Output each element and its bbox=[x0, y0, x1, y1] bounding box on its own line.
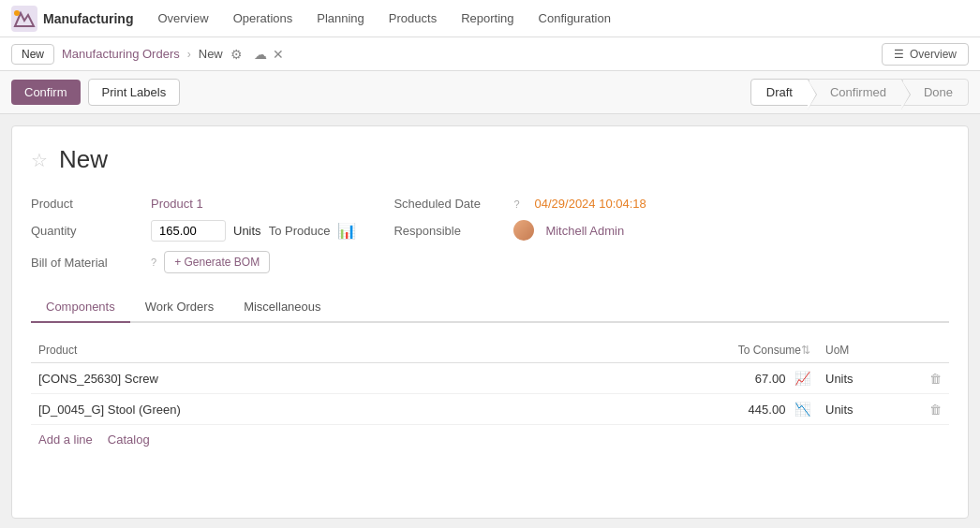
row1-consume-value: 67.00 bbox=[755, 372, 786, 386]
quantity-field-row: Quantity Units To Produce 📊 bbox=[31, 216, 356, 245]
main-content: ☆ New Product Product 1 Quantity Units T… bbox=[11, 125, 969, 519]
top-nav: Manufacturing Overview Operations Planni… bbox=[0, 0, 980, 37]
favorite-star-icon[interactable]: ☆ bbox=[31, 149, 48, 171]
menu-icon: ☰ bbox=[894, 48, 904, 61]
form-grid: Product Product 1 Quantity Units To Prod… bbox=[31, 193, 949, 277]
print-labels-button[interactable]: Print Labels bbox=[88, 79, 181, 106]
responsible-field-row: Responsible Mitchell Admin bbox=[393, 216, 646, 244]
scheduled-date-value[interactable]: 04/29/2024 10:04:18 bbox=[535, 197, 646, 211]
nav-configuration[interactable]: Configuration bbox=[529, 0, 620, 37]
right-fields: Scheduled Date ? 04/29/2024 10:04:18 Res… bbox=[393, 193, 646, 277]
app-logo[interactable]: Manufacturing bbox=[11, 6, 133, 32]
table-actions: Add a line Catalog bbox=[31, 425, 949, 454]
row1-to-consume: 67.00 📈 bbox=[649, 363, 818, 394]
nav-overview[interactable]: Overview bbox=[148, 0, 217, 37]
sort-icon[interactable]: ⇅ bbox=[801, 344, 810, 357]
components-table: Product To Consume ⇅ UoM [CONS_25630] Sc… bbox=[31, 338, 949, 425]
row2-delete[interactable]: 🗑 bbox=[912, 394, 949, 425]
responsible-avatar bbox=[513, 220, 534, 241]
col-to-consume-header: To Consume ⇅ bbox=[649, 338, 818, 363]
status-draft-label: Draft bbox=[766, 85, 793, 99]
overview-button[interactable]: ☰ Overview bbox=[882, 43, 969, 66]
breadcrumb-current: New bbox=[199, 47, 223, 61]
svg-point-2 bbox=[14, 10, 20, 16]
row2-chart-icon[interactable]: 📉 bbox=[794, 402, 810, 417]
left-fields: Product Product 1 Quantity Units To Prod… bbox=[31, 193, 356, 277]
table-row: [CONS_25630] Screw 67.00 📈 Units 🗑 bbox=[31, 363, 949, 394]
breadcrumb-actions: ☁ ✕ bbox=[254, 47, 284, 62]
row2-consume-value: 445.00 bbox=[749, 403, 786, 417]
responsible-value[interactable]: Mitchell Admin bbox=[545, 224, 624, 238]
breadcrumb-separator: › bbox=[187, 48, 191, 61]
product-value[interactable]: Product 1 bbox=[151, 197, 203, 211]
forecast-chart-icon[interactable]: 📊 bbox=[337, 222, 356, 240]
nav-operations[interactable]: Operations bbox=[224, 0, 303, 37]
record-title: New bbox=[59, 145, 108, 174]
product-field-row: Product Product 1 bbox=[31, 193, 356, 214]
row2-to-consume: 445.00 📉 bbox=[649, 394, 818, 425]
status-done-label: Done bbox=[924, 85, 953, 99]
table-row: [D_0045_G] Stool (Green) 445.00 📉 Units … bbox=[31, 394, 949, 425]
breadcrumb-bar: New Manufacturing Orders › New ⚙ ☁ ✕ ☰ O… bbox=[0, 37, 980, 71]
nav-planning[interactable]: Planning bbox=[307, 0, 374, 37]
tab-components[interactable]: Components bbox=[31, 292, 130, 323]
confirm-button[interactable]: Confirm bbox=[11, 80, 81, 105]
status-confirmed-label: Confirmed bbox=[830, 85, 886, 99]
upload-icon[interactable]: ☁ bbox=[254, 47, 267, 62]
nav-reporting[interactable]: Reporting bbox=[452, 0, 523, 37]
quantity-input-group: Units To Produce 📊 bbox=[151, 220, 356, 242]
tab-work-orders[interactable]: Work Orders bbox=[130, 292, 229, 323]
delete-icon[interactable]: 🗑 bbox=[929, 403, 942, 417]
bom-label: Bill of Material bbox=[31, 256, 143, 270]
row2-uom: Units bbox=[818, 394, 912, 425]
new-button[interactable]: New bbox=[11, 44, 54, 65]
row1-chart-icon[interactable]: 📈 bbox=[794, 371, 810, 386]
row1-delete[interactable]: 🗑 bbox=[912, 363, 949, 394]
add-line-button[interactable]: Add a line bbox=[38, 433, 93, 447]
generate-bom-button[interactable]: + Generate BOM bbox=[164, 251, 270, 273]
record-title-row: ☆ New bbox=[31, 145, 949, 174]
col-product-header: Product bbox=[31, 338, 649, 363]
bom-help-icon[interactable]: ? bbox=[151, 257, 156, 268]
scheduled-date-field-row: Scheduled Date ? 04/29/2024 10:04:18 bbox=[393, 193, 646, 214]
nav-products[interactable]: Products bbox=[379, 0, 446, 37]
to-produce-label: To Produce bbox=[269, 224, 331, 238]
bom-field-row: Bill of Material ? + Generate BOM bbox=[31, 247, 356, 277]
product-label: Product bbox=[31, 197, 143, 211]
col-uom-header: UoM bbox=[818, 338, 912, 363]
status-done[interactable]: Done bbox=[902, 79, 969, 106]
status-confirmed[interactable]: Confirmed bbox=[809, 79, 902, 106]
quantity-unit: Units bbox=[233, 224, 261, 238]
action-bar: Confirm Print Labels Draft Confirmed Don… bbox=[0, 71, 980, 114]
status-bar: Draft Confirmed Done bbox=[750, 79, 969, 106]
row1-product[interactable]: [CONS_25630] Screw bbox=[31, 363, 649, 394]
quantity-label: Quantity bbox=[31, 224, 143, 238]
close-icon[interactable]: ✕ bbox=[273, 47, 284, 62]
tab-miscellaneous[interactable]: Miscellaneous bbox=[229, 292, 335, 323]
scheduled-date-label: Scheduled Date bbox=[393, 197, 506, 211]
breadcrumb-parent[interactable]: Manufacturing Orders bbox=[62, 47, 180, 61]
app-name: Manufacturing bbox=[43, 11, 133, 26]
delete-icon[interactable]: 🗑 bbox=[929, 372, 942, 386]
tabs: Components Work Orders Miscellaneous bbox=[31, 292, 949, 323]
col-actions-header bbox=[912, 338, 949, 363]
scheduled-date-help-icon[interactable]: ? bbox=[513, 198, 519, 210]
gear-icon[interactable]: ⚙ bbox=[230, 47, 243, 62]
responsible-label: Responsible bbox=[393, 224, 506, 238]
row2-product[interactable]: [D_0045_G] Stool (Green) bbox=[31, 394, 649, 425]
catalog-button[interactable]: Catalog bbox=[108, 433, 150, 447]
status-draft[interactable]: Draft bbox=[750, 79, 809, 106]
row1-uom: Units bbox=[818, 363, 912, 394]
quantity-input[interactable] bbox=[151, 220, 226, 242]
